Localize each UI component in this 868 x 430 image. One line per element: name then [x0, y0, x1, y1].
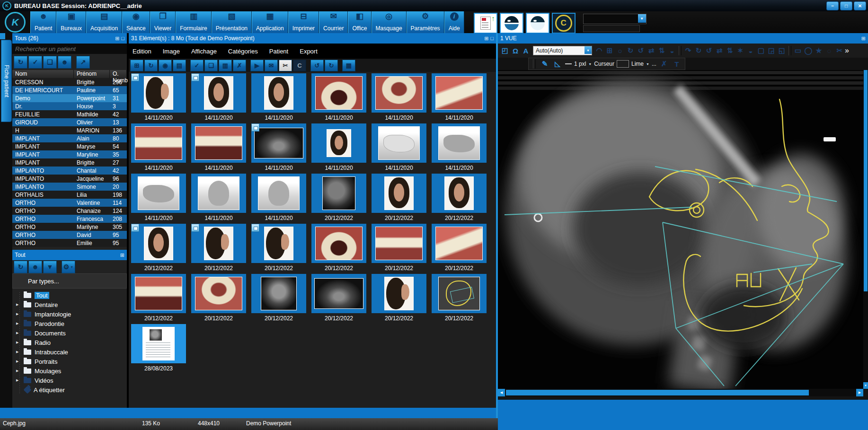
- menu-patient[interactable]: Patient: [269, 48, 288, 55]
- toolbar-button-viewer[interactable]: ❐Viewer: [150, 11, 176, 33]
- patient-row[interactable]: CRESSONBrigitte296: [12, 78, 127, 86]
- tree-item-implantologie[interactable]: ▶Implantologie: [12, 309, 127, 319]
- lasso-icon[interactable]: ◌: [824, 45, 834, 56]
- delete-button[interactable]: ✗: [233, 60, 246, 71]
- grid-icon[interactable]: ⊞: [604, 45, 615, 56]
- curve-adjust-icon[interactable]: ↷: [683, 45, 693, 56]
- text-tool-icon[interactable]: T: [672, 59, 682, 69]
- grid-view-icon[interactable]: ⊞: [120, 252, 124, 258]
- menu-affichage[interactable]: Affichage: [191, 48, 217, 55]
- refresh-button[interactable]: ↻: [14, 56, 27, 69]
- table-button[interactable]: ▦: [342, 60, 355, 71]
- flip-horizontal2-icon[interactable]: ⇄: [714, 45, 725, 56]
- patient-row[interactable]: FEUILLIEMathilde42: [12, 110, 127, 118]
- cursor-color-swatch[interactable]: [617, 60, 629, 68]
- palette-icon[interactable]: ◒: [667, 45, 677, 56]
- patient-row[interactable]: ORTHOValentine114: [12, 199, 127, 207]
- thumbnail[interactable]: 20/12/2022: [131, 224, 186, 272]
- tree-item-radio[interactable]: ▶Radio: [12, 338, 127, 347]
- toolbar-button-imprimer[interactable]: ⊟Imprimer: [288, 11, 319, 33]
- detach-panel-icon[interactable]: □: [490, 35, 494, 41]
- palette2-icon[interactable]: ◒: [745, 45, 756, 56]
- tile-windows-button[interactable]: ⊞: [130, 60, 143, 71]
- protractor-icon[interactable]: ◺: [552, 59, 563, 69]
- rotate-right-button[interactable]: ↻: [325, 60, 338, 71]
- tree-expand-icon[interactable]: ▶: [16, 322, 20, 325]
- thumbnail[interactable]: 20/12/2022: [311, 174, 366, 222]
- filter-button[interactable]: ▼: [43, 261, 57, 273]
- thumbnail[interactable]: 14/11/2020: [311, 73, 366, 122]
- ceph-xray-image[interactable]: [498, 70, 863, 389]
- validate-button[interactable]: ✓: [28, 56, 42, 69]
- thumbnail[interactable]: 14/11/2020: [372, 123, 426, 172]
- tree-expand-icon[interactable]: ▶: [16, 331, 20, 335]
- toolbar-button-application[interactable]: ▦Application: [252, 11, 288, 33]
- close-button[interactable]: ✕: [854, 1, 866, 10]
- unlink-button[interactable]: ✂: [279, 60, 292, 71]
- patient-row[interactable]: DE HEMRICOURTPauline65: [12, 86, 127, 94]
- rotate-ccw-icon[interactable]: ↺: [636, 45, 646, 56]
- thumbnail[interactable]: 14/11/2020: [191, 73, 246, 122]
- thumbnail[interactable]: 20/12/2022: [251, 274, 306, 322]
- add-patient-button[interactable]: ☻: [58, 56, 71, 69]
- orca-button[interactable]: [500, 13, 523, 34]
- toolbar-button-bureaux[interactable]: ▣Bureaux: [56, 11, 86, 33]
- minimize-button[interactable]: –: [826, 1, 839, 10]
- mail-button[interactable]: ✉: [265, 60, 278, 71]
- thumbnail[interactable]: 14/11/2020: [251, 123, 306, 172]
- settings-button[interactable]: ⚙▼: [62, 261, 75, 273]
- rotate-circle-icon[interactable]: ○: [615, 45, 625, 56]
- tree-item-portraits[interactable]: ▶Portraits: [12, 357, 127, 366]
- patient-row[interactable]: ORTHOMarilyne305: [12, 223, 127, 231]
- export-report-button[interactable]: ↑: [474, 13, 497, 34]
- cursor-color-caret-icon[interactable]: ▼: [646, 62, 649, 66]
- toolbar-button-pre-sentation[interactable]: ▧Présentation: [212, 11, 252, 33]
- patient-row[interactable]: DemoPowerpoint31: [12, 94, 127, 102]
- toolbar-button-parame-tres[interactable]: ⚙Paramètres: [407, 11, 444, 33]
- column-prenom[interactable]: Prénom: [74, 70, 110, 78]
- thumbnail[interactable]: 20/12/2022: [372, 224, 426, 272]
- tree-expand-icon[interactable]: ▶: [16, 369, 20, 373]
- patient-row[interactable]: IMPLANTAlain80: [12, 134, 127, 142]
- home-k-button[interactable]: K: [0, 11, 30, 33]
- session-select[interactable]: ▼: [583, 14, 647, 24]
- save-area-icon[interactable]: ◲: [766, 45, 777, 56]
- thumbnail[interactable]: 20/12/2022: [311, 274, 366, 322]
- patient-row[interactable]: ORTHOEmilie95: [12, 239, 127, 247]
- thumbnail[interactable]: 20/12/2022: [432, 224, 487, 272]
- orca-sync-button[interactable]: [526, 13, 549, 34]
- thumbnail[interactable]: 14/11/2020: [191, 123, 246, 172]
- refresh-button[interactable]: ↻: [144, 60, 158, 71]
- patient-search-input[interactable]: [12, 44, 127, 54]
- validate-button[interactable]: ✓: [190, 60, 204, 71]
- patient-filter-button[interactable]: ☻: [28, 261, 42, 273]
- menu-export[interactable]: Export: [300, 48, 318, 55]
- flip-vertical-icon[interactable]: ⇅: [656, 45, 667, 56]
- detach-panel-icon[interactable]: □: [121, 35, 124, 41]
- toolbar-button-patient[interactable]: ☻Patient: [30, 11, 56, 33]
- rotate-ccw2-icon[interactable]: ↺: [704, 45, 714, 56]
- scroll-down-icon[interactable]: ▼: [863, 382, 868, 389]
- grid-view-icon[interactable]: ⊞: [861, 35, 866, 42]
- flip-vertical2-icon[interactable]: ⇅: [725, 45, 735, 56]
- session-field[interactable]: [583, 25, 640, 32]
- marquee-rect-icon[interactable]: ▭: [793, 45, 803, 56]
- marquee-ellipse-icon[interactable]: ◯: [803, 45, 814, 56]
- collect-button[interactable]: C: [293, 60, 306, 71]
- edit-card-button[interactable]: ▤: [173, 60, 186, 71]
- dropdown-caret-icon[interactable]: ▼: [70, 265, 73, 269]
- tree-item-vide-os[interactable]: ▶Vidéos: [12, 376, 127, 385]
- more-options-button[interactable]: ...: [652, 61, 656, 67]
- save-icon[interactable]: ◰: [500, 45, 510, 56]
- menu-cate-gories[interactable]: Catégories: [228, 48, 258, 55]
- record-button[interactable]: ◉: [159, 60, 172, 71]
- thumbnail[interactable]: 14/11/2020: [131, 174, 186, 222]
- thumbnail[interactable]: 20/12/2022: [432, 174, 487, 222]
- tree-expand-icon[interactable]: ▶: [16, 378, 20, 382]
- export-button[interactable]: ↗: [76, 56, 90, 69]
- horizontal-scrollbar[interactable]: ◀ ▶: [498, 389, 863, 396]
- delete-annotation-icon[interactable]: ✗: [659, 59, 669, 69]
- maximize-button[interactable]: □: [840, 1, 852, 10]
- rotate-cw-icon[interactable]: ↻: [625, 45, 636, 56]
- save-badge-icon[interactable]: ◱: [777, 45, 787, 56]
